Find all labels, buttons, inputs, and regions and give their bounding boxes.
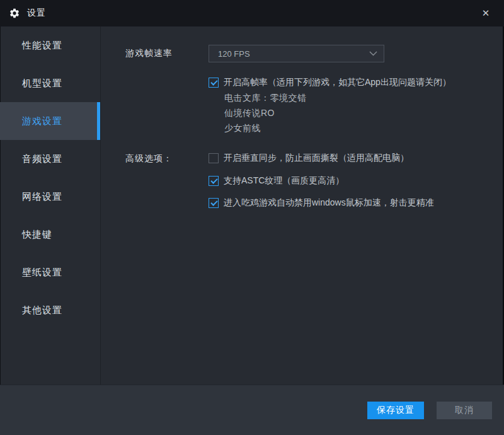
framerate-row: 游戏帧速率 120 FPS (125, 45, 384, 62)
vsync-label: 开启垂直同步，防止画面撕裂（适用高配电脑） (224, 153, 409, 164)
sidebar-item-network[interactable]: 网络设置 (0, 178, 100, 216)
sidebar: 性能设置 机型设置 游戏设置 音频设置 网络设置 快捷键 壁纸设置 其他设置 (0, 26, 101, 385)
high-fps-game-list: 电击文库：零境交错 仙境传说RO 少女前线 (224, 90, 307, 136)
advanced-options-label: 高级选项： (125, 153, 173, 165)
sidebar-item-game[interactable]: 游戏设置 (0, 102, 100, 140)
framerate-label: 游戏帧速率 (125, 48, 209, 59)
sidebar-item-performance[interactable]: 性能设置 (0, 26, 100, 64)
high-fps-checkbox[interactable] (209, 78, 219, 88)
game-list-item: 少女前线 (224, 120, 307, 136)
vsync-checkbox-row[interactable]: 开启垂直同步，防止画面撕裂（适用高配电脑） (209, 153, 409, 164)
sidebar-item-label: 其他设置 (22, 304, 62, 316)
sidebar-item-wallpaper[interactable]: 壁纸设置 (0, 253, 100, 291)
game-list-item: 电击文库：零境交错 (224, 90, 307, 105)
sidebar-item-label: 音频设置 (22, 153, 62, 165)
framerate-dropdown[interactable]: 120 FPS (209, 45, 384, 62)
mouse-accel-label: 进入吃鸡游戏自动禁用windows鼠标加速，射击更精准 (224, 197, 434, 209)
astc-checkbox-row[interactable]: 支持ASTC纹理（画质更高清） (209, 175, 344, 187)
game-settings-panel: 游戏帧速率 120 FPS 开启高帧率（适用下列游戏，如其它App出现问题请关闭… (101, 26, 504, 385)
window-title: 设置 (27, 8, 46, 19)
astc-checkbox[interactable] (209, 176, 219, 186)
game-list-item: 仙境传说RO (224, 105, 307, 120)
sidebar-item-label: 机型设置 (22, 78, 62, 90)
cancel-button[interactable]: 取消 (437, 402, 492, 419)
sidebar-item-other[interactable]: 其他设置 (0, 291, 100, 329)
sidebar-item-label: 壁纸设置 (22, 267, 62, 279)
sidebar-item-label: 网络设置 (22, 191, 62, 203)
mouse-accel-checkbox-row[interactable]: 进入吃鸡游戏自动禁用windows鼠标加速，射击更精准 (209, 197, 434, 209)
footer-bar: 保存设置 取消 (0, 385, 504, 435)
framerate-value: 120 FPS (218, 49, 369, 59)
sidebar-item-label: 游戏设置 (22, 115, 62, 127)
sidebar-item-label: 性能设置 (22, 40, 62, 52)
chevron-down-icon (369, 51, 377, 56)
mouse-accel-checkbox[interactable] (209, 198, 219, 208)
settings-window: 设置 ✕ 性能设置 机型设置 游戏设置 音频设置 网络设置 快捷键 壁纸设置 其… (0, 0, 504, 435)
sidebar-item-audio[interactable]: 音频设置 (0, 140, 100, 178)
save-settings-button[interactable]: 保存设置 (367, 402, 424, 419)
sidebar-item-label: 快捷键 (22, 229, 52, 241)
high-fps-checkbox-row[interactable]: 开启高帧率（适用下列游戏，如其它App出现问题请关闭） (209, 77, 451, 88)
astc-label: 支持ASTC纹理（画质更高清） (224, 175, 344, 187)
high-fps-label: 开启高帧率（适用下列游戏，如其它App出现问题请关闭） (224, 77, 451, 88)
vsync-checkbox[interactable] (209, 153, 219, 163)
close-icon[interactable]: ✕ (476, 4, 495, 23)
sidebar-item-device[interactable]: 机型设置 (0, 64, 100, 102)
sidebar-item-hotkey[interactable]: 快捷键 (0, 216, 100, 253)
titlebar: 设置 ✕ (0, 0, 504, 26)
gear-icon (9, 8, 20, 19)
